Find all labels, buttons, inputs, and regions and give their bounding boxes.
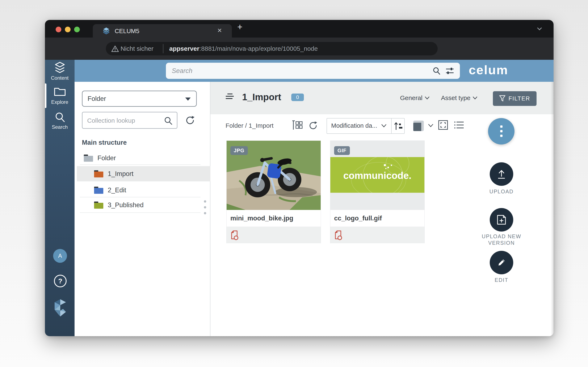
selection-count-badge: 0	[291, 93, 304, 101]
traffic-zoom-button[interactable]	[74, 27, 80, 32]
celum-logo: celum	[469, 63, 508, 77]
upload-new-version-label: UPLOAD NEW VERSION	[474, 233, 529, 246]
tab-strip: CELUM5 ✕ +	[45, 20, 553, 38]
main-content: 1_Import 0 General Asset type FILTER Fol…	[210, 82, 553, 336]
sort-divider	[391, 118, 392, 133]
tab-search-chevron-icon[interactable]	[536, 26, 543, 31]
upload-new-version-button[interactable]	[490, 208, 513, 232]
tree-node-label: 1_Import	[108, 170, 133, 178]
tree-title: Main structure	[82, 139, 127, 146]
asset-thumbnail: JPG	[227, 141, 321, 210]
app-header: celum	[75, 60, 553, 82]
asset-name: cc_logo_full.gif	[330, 210, 424, 227]
asset-card-footer	[330, 227, 424, 243]
select-caret-icon	[185, 98, 191, 101]
edit-button[interactable]	[490, 251, 513, 274]
sort-field-dropdown[interactable]: Modification da...	[327, 118, 405, 134]
upload-icon	[496, 169, 507, 180]
asset-type-badge: GIF	[334, 146, 350, 155]
not-secure-warning-icon	[111, 45, 119, 52]
collection-lookup-input[interactable]	[87, 116, 157, 125]
facet-general[interactable]: General	[400, 94, 430, 101]
new-tab-button[interactable]: +	[237, 22, 242, 32]
collection-lookup-field[interactable]	[82, 112, 177, 129]
asset-card-cc-logo[interactable]: communicode. GIF cc_logo_full.gif	[330, 141, 425, 243]
list-view-icon[interactable]	[454, 120, 465, 130]
traffic-close-button[interactable]	[56, 27, 61, 32]
nav-label-search: Search	[45, 124, 75, 130]
address-divider	[163, 44, 163, 53]
thumbnail-size-selector[interactable]	[413, 121, 424, 131]
browser-toolbar: Nicht sicher appserver:8881/main/nova-ap…	[45, 38, 553, 60]
url-text: appserver:8881/main/nova-app/explore/100…	[169, 45, 318, 52]
scrollbar-track[interactable]	[551, 82, 553, 336]
chevron-down-icon[interactable]	[428, 124, 433, 127]
upload-label: UPLOAD	[474, 188, 529, 195]
tab-title: CELUM5	[115, 28, 139, 35]
search-nav-icon	[54, 111, 66, 123]
search-icon[interactable]	[432, 67, 441, 75]
no-preview-restriction-icon	[334, 230, 343, 240]
refresh-results-icon[interactable]	[308, 120, 318, 131]
tree-node-folder[interactable]: Folder	[77, 153, 210, 164]
tab-close-icon[interactable]: ✕	[217, 27, 222, 34]
lookup-search-icon[interactable]	[164, 116, 173, 125]
upload-button[interactable]	[490, 162, 513, 186]
fullscreen-view-icon[interactable]	[438, 120, 448, 130]
folder-icon	[94, 170, 104, 178]
explore-sidebar: Folder Main structure Folder	[75, 82, 210, 336]
nav-label-explore: Explore	[45, 99, 75, 105]
app-navigation-rail: Content Explore Search A ?	[45, 60, 75, 336]
tree-view-toggle-icon[interactable]	[292, 120, 303, 131]
structure-type-value: Folder	[87, 95, 106, 102]
celum-favicon	[102, 27, 111, 35]
breadcrumb[interactable]: Folder / 1_Import	[225, 122, 273, 129]
tree-separator	[80, 212, 200, 213]
no-preview-restriction-icon	[230, 230, 239, 240]
svg-text:communicode.: communicode.	[343, 170, 412, 181]
folder-icon	[94, 186, 104, 194]
traffic-minimize-button[interactable]	[65, 27, 70, 32]
file-plus-icon	[496, 214, 507, 225]
search-filter-sliders-icon[interactable]	[445, 67, 454, 75]
tree-node-label: Folder	[97, 154, 116, 162]
asset-card-footer	[227, 227, 321, 243]
context-actions-menu-button[interactable]	[488, 118, 515, 144]
content-layers-icon	[53, 61, 66, 75]
url-path: :8881/main/nova-app/explore/10005_node	[199, 45, 318, 52]
communicode-logo-image: communicode.	[330, 157, 424, 193]
browser-window: CELUM5 ✕ + Nicht sicher	[45, 20, 553, 336]
filter-funnel-icon	[499, 95, 505, 102]
tree-separator	[80, 197, 200, 197]
url-host: appserver	[169, 45, 199, 52]
view-menu-icon[interactable]	[225, 93, 234, 100]
address-bar[interactable]: Nicht sicher appserver:8881/main/nova-ap…	[106, 42, 438, 55]
sort-field-value: Modification da...	[331, 122, 377, 129]
sort-direction-icon[interactable]	[393, 121, 403, 131]
browser-tab[interactable]: CELUM5 ✕	[93, 24, 232, 38]
structure-type-select[interactable]: Folder	[82, 91, 197, 107]
edit-label: EDIT	[474, 277, 529, 283]
tree-node-label: 2_Edit	[108, 186, 126, 194]
tree-node-1-import[interactable]: 1_Import	[77, 166, 210, 181]
tree-node-3-published[interactable]: 3_Published	[77, 198, 210, 212]
help-button[interactable]: ?	[54, 275, 67, 287]
asset-type-badge: JPG	[230, 146, 248, 155]
global-search[interactable]	[166, 63, 460, 79]
facet-asset-type[interactable]: Asset type	[441, 94, 477, 101]
folder-icon	[94, 201, 104, 209]
filter-button-label: FILTER	[508, 95, 530, 102]
user-avatar[interactable]: A	[53, 249, 67, 263]
pencil-icon	[496, 257, 507, 268]
tree-node-2-edit[interactable]: 2_Edit	[77, 184, 210, 196]
facet-label: Asset type	[441, 94, 470, 101]
chevron-down-icon	[381, 124, 387, 128]
search-input[interactable]	[171, 66, 424, 76]
asset-card-mini-mood-bike[interactable]: JPG mini_mood_bike.jpg	[226, 141, 321, 243]
filter-button[interactable]: FILTER	[493, 91, 536, 106]
asset-thumbnail: communicode. GIF	[330, 141, 424, 210]
chevron-down-icon	[425, 96, 430, 100]
explore-folder-icon	[54, 86, 66, 97]
folder-icon	[84, 154, 93, 162]
tree-refresh-icon[interactable]	[185, 115, 196, 126]
